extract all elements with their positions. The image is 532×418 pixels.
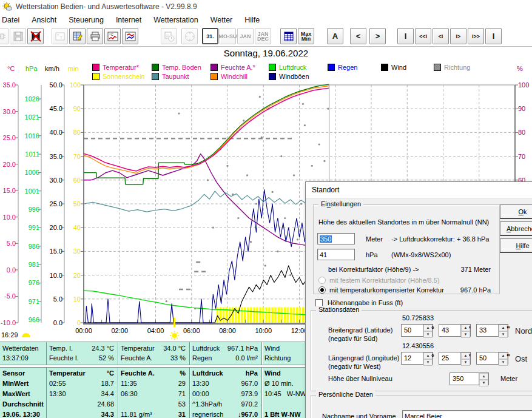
legend-label: Temp. Boden (162, 64, 201, 71)
next-button[interactable]: > (369, 28, 386, 44)
stats-cell-label: 10:45 (264, 390, 281, 397)
interval-button[interactable] (181, 28, 198, 44)
edit-table-icon (72, 31, 83, 42)
nav-first-button[interactable]: I (397, 28, 414, 44)
stats-cell: MinWert (0, 378, 47, 388)
connect-button[interactable] (0, 28, 8, 44)
stats-cell-value: 31 (178, 411, 186, 418)
print-button[interactable] (87, 28, 103, 44)
altitude-meter-input[interactable]: 350 (317, 233, 355, 244)
elevation-spinner[interactable]: 350▲▼ (450, 372, 489, 385)
chart-multi-button[interactable] (122, 28, 138, 44)
temp-compensated-radio[interactable] (318, 286, 326, 294)
view-year-button[interactable]: JANDEC (255, 28, 271, 44)
stats-cell-value: W-NW (287, 390, 306, 397)
korrekturfaktor-value: 371 Meter (460, 266, 491, 273)
edit-table-button[interactable] (69, 28, 86, 44)
legend-swatch (210, 64, 218, 71)
latitude-label: Breitengrad (Latitude) (328, 326, 392, 334)
svg-text:40.0: 40.0 (50, 129, 62, 136)
stats-cell: LuftdruckhPa (190, 368, 262, 378)
maxmin-button[interactable]: MaxMin (298, 28, 314, 44)
nav-back-button[interactable]: <I (433, 28, 449, 44)
svg-text:971: 971 (29, 298, 39, 305)
font-button[interactable]: A (327, 28, 343, 44)
next-button-label: > (375, 34, 380, 39)
nav-last-button[interactable]: I (485, 28, 502, 44)
chart-temp-button[interactable]: °C (104, 28, 121, 44)
stats-cell-label: Wind (264, 369, 281, 377)
stats-cell: 53 (118, 399, 190, 409)
longitude-deg-spinner[interactable]: 12▲▼ (401, 352, 433, 365)
latitude-deg-spinner[interactable]: 50▲▼ (401, 324, 433, 337)
longitude-sec-spinner[interactable]: 50▲▼ (476, 352, 508, 365)
conditions-label: Wetterdaten (2, 343, 39, 353)
delete-data-button[interactable] (27, 28, 44, 44)
stats-cell-value: 24.68 (97, 400, 114, 408)
stats-cell-value: °C (107, 369, 114, 377)
svg-text:80: 80 (518, 129, 525, 136)
data-table-button[interactable] (280, 28, 297, 44)
chart-temp-icon: °C (107, 31, 118, 42)
stats-cell: Sensor (0, 368, 47, 378)
conditions-label: Luftdruck (192, 343, 220, 353)
stats-cell: 1 Bft W-NW (262, 409, 311, 418)
einstellungen-group-label: Einstellungen (318, 200, 363, 207)
menu-ansicht[interactable]: Ansicht (25, 15, 62, 25)
legend-item-windchill: Windchill (210, 73, 247, 80)
fixed-correction-radio[interactable] (318, 277, 326, 284)
nav-forward-button[interactable]: I> (450, 28, 466, 44)
conditions-label: Feuchte I. (49, 353, 79, 363)
name-label: Nachname und Vorname (322, 413, 396, 418)
svg-text:976: 976 (29, 279, 39, 286)
spinner-arrows-icon[interactable]: ▲▼ (479, 373, 488, 385)
svg-text:1026: 1026 (25, 95, 39, 103)
temp-compensated-label: mit temperaturkompensierter Korrektur (329, 286, 444, 294)
nav-fast-back-button[interactable]: <<I (415, 28, 431, 44)
menu-wetterstation[interactable]: Wetterstation (147, 15, 204, 25)
name-input[interactable]: Marcel Beier (402, 410, 532, 418)
view-month-button[interactable]: JAN (237, 28, 254, 44)
ok-button[interactable]: Ok (500, 204, 532, 219)
stats-cell-value: 29 (178, 380, 186, 387)
menu-wetter[interactable]: Wetter (204, 15, 239, 25)
menu-internet[interactable]: Internet (110, 15, 147, 25)
sunset-time: 16:29 (1, 331, 18, 339)
standort-dialog: Standort Einstellungen Höhe des aktuelle… (305, 181, 532, 418)
svg-text:15.0: 15.0 (3, 187, 16, 194)
stats-cell-label: 02:55 (49, 380, 66, 387)
svg-text:50: 50 (73, 200, 81, 207)
menu-datei[interactable]: Datei (0, 15, 25, 25)
legend-label: Windchill (221, 73, 247, 80)
svg-text:25.0: 25.0 (3, 134, 16, 141)
current-conditions-row: Wetterdaten13:37:09Temp. I.24.3 °CFeucht… (0, 342, 311, 365)
menu-steuerung[interactable]: Steuerung (62, 15, 110, 25)
conditions-label: 13:37:09 (2, 353, 29, 363)
titlebar: Wetterstation Bedien- und Auswertesoftwa… (0, 0, 532, 13)
prev-button[interactable]: < (350, 28, 366, 44)
help-button[interactable]: Hilfe (500, 238, 532, 253)
svg-text:04:00: 04:00 (147, 327, 164, 334)
nav-fast-forward-button[interactable]: I>> (468, 28, 484, 44)
spin-down-icon: ▼ (479, 380, 488, 386)
stats-cell-label: regnerisch (192, 411, 223, 418)
view-day-button[interactable]: 31. (202, 28, 218, 44)
conditions-value: 24.3 °C (92, 343, 114, 353)
menu-hilfe[interactable]: Hilfe (238, 15, 266, 25)
view-week-button[interactable]: MO-SU (220, 28, 236, 44)
text-view-button[interactable]: TT (52, 28, 68, 44)
svg-text:T: T (60, 36, 62, 39)
stats-row: MinWert02:5518.711:352913:30967.0Ø 10 mi… (0, 378, 311, 388)
latitude-min-spinner[interactable]: 43▲▼ (439, 324, 471, 337)
legend-swatch (92, 64, 99, 71)
menubar: DateiAnsichtSteuerungInternetWetterstati… (0, 13, 532, 26)
day-picker-button[interactable]: 31 (161, 28, 177, 44)
save-button[interactable] (10, 28, 26, 44)
altitude-hpa-input[interactable]: 41 (317, 249, 355, 260)
stats-cell: 02:5518.7 (47, 378, 118, 388)
stats-cell-value: 18.7 (101, 380, 114, 387)
longitude-min-spinner[interactable]: 25▲▼ (439, 352, 471, 365)
latitude-sec-spinner[interactable]: 33▲▼ (476, 324, 508, 337)
svg-text:991: 991 (29, 224, 39, 231)
cancel-button[interactable]: Abbrechen (500, 221, 532, 236)
